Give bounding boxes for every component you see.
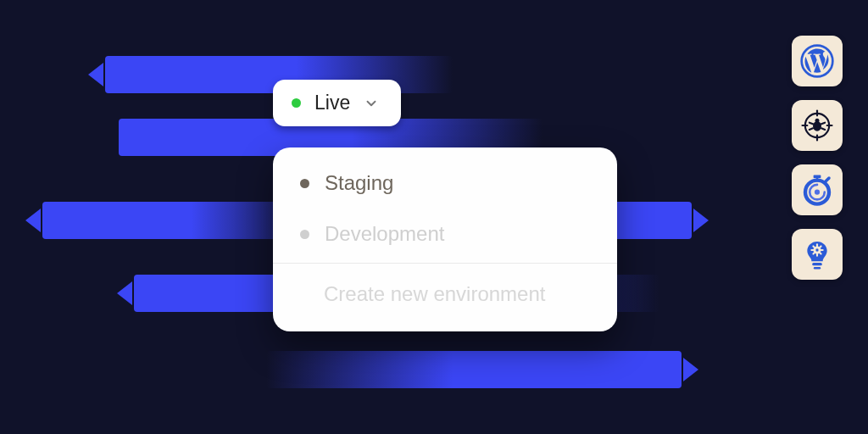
bar-arrow-left xyxy=(25,209,41,232)
divider xyxy=(273,263,617,264)
tile-optimize[interactable] xyxy=(792,229,843,280)
chevron-down-icon xyxy=(364,96,379,111)
svg-rect-17 xyxy=(812,263,822,265)
env-create-label: Create new environment xyxy=(324,282,545,305)
svg-rect-18 xyxy=(814,267,821,270)
decorative-bar xyxy=(266,351,682,388)
status-dot-dev-icon xyxy=(300,230,309,239)
env-switcher-trigger[interactable]: Live xyxy=(273,80,401,126)
env-switcher-dropdown: Staging Development Create new environme… xyxy=(273,147,617,331)
env-option-development[interactable]: Development xyxy=(273,209,617,259)
hero-illustration: Live Staging Development Create new envi… xyxy=(0,0,868,434)
svg-line-9 xyxy=(821,123,825,125)
svg-rect-13 xyxy=(814,175,821,179)
svg-point-6 xyxy=(813,121,821,131)
integration-tiles xyxy=(792,36,843,280)
status-dot-staging-icon xyxy=(300,179,309,188)
svg-line-25 xyxy=(820,253,821,253)
bar-arrow-right xyxy=(693,209,709,232)
env-option-staging[interactable]: Staging xyxy=(273,158,617,209)
bar-arrow-left xyxy=(117,281,132,305)
tile-performance[interactable] xyxy=(792,164,843,215)
svg-line-27 xyxy=(813,253,814,253)
env-option-label: Development xyxy=(325,222,444,246)
svg-point-28 xyxy=(815,248,818,251)
svg-line-15 xyxy=(826,178,830,181)
env-current-label: Live xyxy=(314,92,350,114)
wordpress-icon xyxy=(800,44,834,78)
svg-point-7 xyxy=(815,119,820,123)
svg-point-16 xyxy=(815,190,820,195)
bar-arrow-right xyxy=(683,358,698,381)
status-dot-live-icon xyxy=(292,98,301,108)
bar-arrow-left xyxy=(88,63,103,86)
svg-line-8 xyxy=(810,123,813,125)
debug-target-icon xyxy=(800,108,834,142)
env-create-new[interactable]: Create new environment xyxy=(273,267,617,321)
svg-rect-14 xyxy=(816,178,819,181)
env-option-label: Staging xyxy=(325,171,393,195)
tile-wordpress[interactable] xyxy=(792,36,843,86)
svg-line-24 xyxy=(813,246,814,247)
svg-line-26 xyxy=(820,246,821,247)
svg-line-10 xyxy=(810,128,813,130)
svg-line-11 xyxy=(821,128,825,130)
tile-debug[interactable] xyxy=(792,100,843,151)
stopwatch-icon xyxy=(799,172,835,208)
idea-gear-icon xyxy=(800,237,834,271)
